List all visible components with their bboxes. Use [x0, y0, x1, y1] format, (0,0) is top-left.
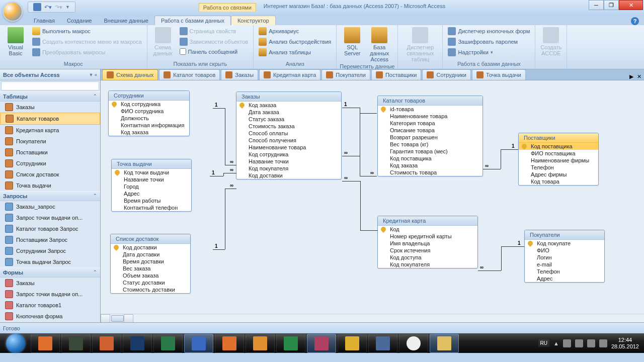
save-icon[interactable] — [33, 3, 41, 11]
addins-button[interactable]: Надстройки ▾ — [446, 47, 532, 57]
er-field[interactable]: Время доставки — [111, 258, 190, 265]
encrypt-button[interactable]: Зашифровать паролем — [446, 37, 532, 47]
er-field[interactable]: Код точки выдачи — [112, 169, 191, 176]
document-tab[interactable]: Схема данных — [102, 69, 158, 80]
er-table[interactable]: ПоставщикиКод поставщикаФИО поставщикаНа… — [518, 133, 599, 186]
er-field[interactable]: Код покупате — [525, 240, 604, 247]
relationship-canvas[interactable]: СотрудникиКод сотрудникаФИО сотрудникаДо… — [101, 80, 644, 322]
er-field[interactable]: Код товара — [519, 178, 598, 185]
taskbar-app[interactable] — [307, 334, 336, 353]
er-table[interactable]: Точка выдачиКод точки выдачиНазвание точ… — [111, 159, 192, 212]
nav-item[interactable]: Каталог товаров — [0, 113, 100, 125]
er-field[interactable]: Код доставки — [111, 244, 190, 251]
er-field[interactable]: Срок истечения — [378, 247, 477, 254]
linked-table-mgr-button[interactable]: Диспетчер связанных таблиц — [401, 26, 439, 63]
er-field[interactable]: Код доставки — [236, 172, 341, 179]
er-field[interactable]: Статус доставки — [111, 279, 190, 286]
er-field[interactable]: Телефон — [519, 164, 598, 171]
er-field[interactable]: Адрес — [112, 190, 191, 197]
er-field[interactable]: Стоимость товара — [378, 169, 482, 176]
tabs-close-icon[interactable]: ✕ — [637, 73, 641, 80]
er-field[interactable]: Код заказа — [236, 102, 341, 109]
maximize-button[interactable]: ❐ — [604, 0, 619, 10]
nav-group-header[interactable]: Запросы⌃ — [0, 191, 100, 201]
er-field[interactable]: Категория товара — [378, 120, 482, 127]
close-button[interactable]: ✕ — [619, 0, 643, 10]
nav-item[interactable]: Поставщики — [0, 147, 100, 158]
access-db-button[interactable]: База данных Access — [367, 26, 392, 63]
er-field[interactable]: Статус заказа — [236, 116, 341, 123]
nav-item[interactable]: Каталог товаров Запрос — [0, 223, 100, 234]
er-table[interactable]: ЗаказыКод заказаДата заказаСтатус заказа… — [236, 92, 342, 179]
er-table[interactable]: СотрудникиКод сотрудникаФИО сотрудникаДо… — [108, 90, 190, 136]
taskbar-app[interactable] — [184, 334, 213, 353]
er-field[interactable]: e-mail — [525, 261, 604, 268]
tab-database-tools[interactable]: Работа с базами данных — [154, 16, 231, 25]
er-table[interactable]: ПокупателиКод покупатеФИОЛогинe-mailТеле… — [524, 230, 605, 283]
tray-icon[interactable] — [563, 339, 571, 347]
taskbar-app[interactable] — [61, 334, 91, 353]
er-field[interactable]: Код заказа — [378, 162, 482, 169]
er-field[interactable]: Адрес фирмы — [519, 171, 598, 178]
tab-home[interactable]: Главная — [28, 16, 61, 25]
tabs-scroll-icon[interactable]: ▶ — [629, 73, 633, 80]
er-field[interactable]: Должность — [109, 115, 189, 122]
er-table-header[interactable]: Поставщики — [519, 133, 598, 143]
tab-create[interactable]: Создание — [61, 16, 98, 25]
er-field[interactable]: Код доступа — [378, 254, 477, 261]
tray-expand-icon[interactable]: ▲ — [553, 340, 559, 346]
er-field[interactable]: Код сотрудника — [109, 101, 189, 108]
taskbar-app[interactable] — [92, 334, 121, 353]
er-field[interactable]: Код сотрудника — [236, 151, 341, 158]
office-button[interactable] — [3, 2, 23, 22]
er-field[interactable]: Наименование товара — [236, 144, 341, 151]
switchboard-button[interactable]: Диспетчер кнопочных форм — [446, 26, 532, 36]
er-field[interactable]: Адрес — [525, 275, 604, 282]
nav-item[interactable]: Запрос точки выдачи оп... — [0, 289, 100, 300]
er-field[interactable]: Код поставщика — [519, 143, 598, 150]
nav-item[interactable]: Каталог товаров1 — [0, 300, 100, 311]
clock[interactable]: 12:4428.05.2012 — [611, 337, 639, 350]
minimize-button[interactable]: ─ — [589, 0, 604, 10]
nav-item[interactable]: Точка выдачи Запрос — [0, 256, 100, 267]
er-field[interactable]: Стоимость доставки — [111, 286, 190, 293]
er-field[interactable]: Код покупателя — [236, 165, 341, 172]
taskbar-app[interactable] — [246, 334, 275, 353]
nav-item[interactable]: Заказы — [0, 278, 100, 289]
document-tab[interactable]: Точка выдачи — [472, 69, 526, 80]
relationships-button[interactable]: Схема данных — [150, 26, 176, 57]
tab-design[interactable]: Конструктор — [231, 16, 276, 25]
er-field[interactable]: Код — [378, 226, 477, 233]
nav-item[interactable]: Сотрудники — [0, 158, 100, 169]
er-table-header[interactable]: Кредитная карта — [378, 216, 477, 226]
er-table[interactable]: Каталог товаровid-товараНаименование тов… — [377, 96, 483, 176]
er-field[interactable]: Контактный телефон — [112, 204, 191, 211]
convert-macros-button[interactable]: Преобразовать макросы — [30, 47, 144, 57]
nav-item[interactable]: Кредитная карта — [0, 125, 100, 136]
start-button[interactable] — [2, 333, 29, 353]
dependencies-button[interactable]: Зависимости объектов — [178, 37, 251, 47]
lang-indicator[interactable]: RU — [538, 339, 549, 347]
er-field[interactable]: Код заказа — [109, 129, 189, 136]
nav-item[interactable]: Запрос точки выдачи оп... — [0, 212, 100, 223]
er-field[interactable]: Название точки — [112, 176, 191, 183]
make-accde-button[interactable]: Создать ACCDE — [538, 26, 564, 57]
visual-basic-button[interactable]: Visual Basic — [3, 26, 28, 57]
nav-item[interactable]: Сотрудники Запрос — [0, 245, 100, 256]
er-table-header[interactable]: Сотрудники — [109, 91, 189, 101]
network-icon[interactable] — [587, 339, 595, 347]
er-field[interactable]: Вес товара (кг) — [378, 141, 482, 148]
er-field[interactable]: Логин — [525, 254, 604, 261]
undo-icon[interactable]: ↶▾ — [44, 4, 52, 11]
er-field[interactable]: Код покупателя — [378, 261, 477, 268]
nav-group-header[interactable]: Формы⌃ — [0, 267, 100, 278]
tab-external[interactable]: Внешние данные — [98, 16, 154, 25]
document-tab[interactable]: Покупатели — [321, 69, 370, 80]
er-field[interactable]: Стоимость заказа — [236, 123, 341, 130]
document-tab[interactable]: Заказы — [221, 69, 258, 80]
er-table-header[interactable]: Список доставок — [111, 234, 190, 244]
taskbar-app[interactable] — [215, 334, 244, 353]
taskbar-app[interactable] — [338, 334, 367, 353]
table-analyze-button[interactable]: Анализ таблицы — [257, 47, 333, 57]
er-field[interactable]: Контактная информация — [109, 122, 189, 129]
